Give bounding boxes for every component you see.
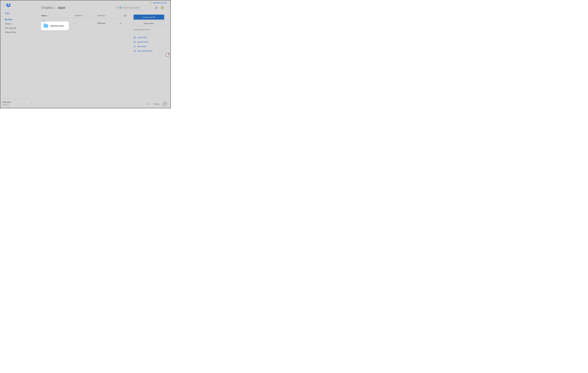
search-box[interactable] bbox=[115, 6, 152, 10]
file-modified: -- bbox=[75, 22, 97, 24]
upload-folder-icon bbox=[134, 41, 136, 43]
dropbox-logo-icon[interactable] bbox=[6, 3, 11, 8]
svg-rect-11 bbox=[125, 15, 126, 16]
account-sub: Only you bbox=[2, 104, 10, 106]
search-scope-folder-icon[interactable] bbox=[119, 7, 122, 9]
eye-icon bbox=[134, 50, 136, 52]
create-new-file-button[interactable]: Create new file bbox=[134, 15, 164, 20]
svg-point-15 bbox=[135, 50, 135, 51]
account-switcher[interactable]: Personal Only you ▲▼ bbox=[2, 99, 32, 106]
upload-folder-link[interactable]: Upload folder bbox=[134, 41, 164, 43]
sidebar-item-file-requests[interactable]: File requests bbox=[5, 27, 35, 29]
view-mode-toggle[interactable]: ▾ bbox=[124, 15, 127, 17]
highlighted-folder-name: Rakuten Kobo bbox=[50, 25, 64, 27]
svg-marker-0 bbox=[6, 3, 8, 5]
column-header-members[interactable]: Members▾ bbox=[97, 15, 120, 17]
breadcrumb-root[interactable]: Dropbox bbox=[42, 6, 54, 10]
highlighted-folder[interactable]: Rakuten Kobo bbox=[41, 21, 69, 30]
main: Upgrade account Dropbox › Apps 😐 bbox=[35, 0, 170, 108]
new-folder-link[interactable]: New folder bbox=[134, 45, 164, 47]
svg-rect-14 bbox=[134, 36, 135, 38]
sidebar-item-shared[interactable]: Shared bbox=[5, 23, 35, 25]
help-icon[interactable]: ? bbox=[163, 102, 167, 106]
account-name: Personal bbox=[2, 101, 10, 103]
breadcrumb-separator-icon: › bbox=[55, 6, 56, 10]
sidebar-item-my-files[interactable]: My files bbox=[5, 19, 35, 21]
svg-marker-1 bbox=[8, 3, 11, 5]
dropdown-icon: ▾ bbox=[105, 15, 106, 17]
upgrade-link[interactable]: Upgrade account bbox=[149, 1, 167, 4]
privacy-link[interactable]: Privacy bbox=[153, 103, 159, 105]
list-view-icon bbox=[124, 15, 126, 17]
svg-point-6 bbox=[117, 7, 118, 8]
sidebar-item-deleted-files[interactable]: Deleted files bbox=[5, 31, 35, 33]
share-folder-button[interactable]: Share folder bbox=[134, 21, 164, 26]
file-list: Name▲ Modified▾ Members▾ ▾ bbox=[42, 15, 127, 54]
sync-status-badge-icon[interactable] bbox=[166, 53, 169, 57]
app-folder-icon bbox=[44, 24, 48, 28]
back-chevron-icon[interactable]: ❮ bbox=[3, 4, 5, 7]
breadcrumb-current: Apps bbox=[58, 6, 65, 10]
dropdown-icon: ▾ bbox=[82, 15, 83, 17]
show-deleted-link[interactable]: Show deleted files bbox=[134, 50, 164, 52]
svg-rect-13 bbox=[125, 16, 126, 16]
sort-asc-icon: ▲ bbox=[47, 15, 48, 16]
column-header-modified[interactable]: Modified▾ bbox=[75, 15, 97, 17]
updown-icon: ▲▼ bbox=[31, 102, 32, 105]
file-members: Only you bbox=[97, 22, 120, 24]
svg-point-8 bbox=[124, 15, 125, 15]
svg-point-10 bbox=[124, 15, 125, 16]
column-header-name[interactable]: Name▲ bbox=[42, 15, 75, 17]
footer-more-icon[interactable]: ••• bbox=[147, 103, 150, 105]
upgrade-label: Upgrade account bbox=[153, 2, 167, 4]
search-icon bbox=[116, 7, 118, 9]
notifications-icon[interactable] bbox=[155, 6, 158, 9]
svg-rect-9 bbox=[125, 15, 126, 15]
sidebar-section-files[interactable]: Files bbox=[5, 12, 35, 15]
right-panel: Create new file Share folder Only you ha… bbox=[134, 15, 164, 54]
row-more-icon[interactable]: ••• bbox=[120, 22, 127, 24]
svg-point-12 bbox=[124, 16, 125, 17]
new-folder-icon bbox=[134, 45, 136, 47]
upload-files-icon bbox=[134, 36, 136, 39]
avatar[interactable]: 😐 bbox=[160, 6, 164, 10]
access-text: Only you have access bbox=[134, 29, 164, 30]
svg-marker-5 bbox=[149, 2, 151, 3]
sidebar: ❮ Files My files Shared File requests De… bbox=[0, 0, 35, 108]
svg-line-7 bbox=[118, 8, 118, 8]
breadcrumb: Dropbox › Apps bbox=[42, 6, 65, 10]
upload-files-link[interactable]: Upload files bbox=[134, 36, 164, 39]
search-input[interactable] bbox=[123, 7, 150, 9]
